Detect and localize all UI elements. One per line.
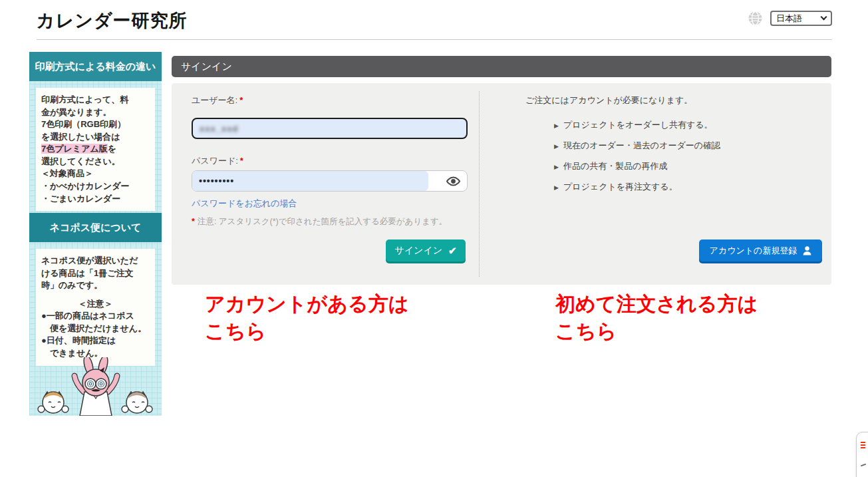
triangle-bullet-icon: ▶: [554, 120, 559, 132]
signin-panel-body: ユーザー名:* xxx_xxd パスワード:* ••••••••• パスワードを…: [172, 83, 831, 285]
signin-panel-header: サインイン: [172, 56, 831, 77]
password-label: パスワード:*: [192, 155, 243, 167]
nekopos-line: ネコポス便が選択いただ: [41, 255, 150, 267]
sidebar-nekopos-box: ネコポス便が選択いただ ける商品は「1冊ご注文 時」のみです。 ＜注意＞ ●一部…: [36, 249, 155, 366]
language-selected: 日本語: [776, 13, 802, 25]
account-benefits-list: ▶プロジェクトをオーダーし共有する。 ▶現在のオーダー・過去のオーダーの確認 ▶…: [554, 119, 720, 202]
language-select[interactable]: 日本語: [770, 11, 832, 26]
sidebar: 印刷方式による料金の違い 印刷方式によって、料 金が異なります。 7色印刷（RG…: [29, 52, 162, 416]
widget-red-icon: [861, 442, 865, 443]
chevron-down-icon: [821, 14, 827, 21]
nekopos-line: ける商品は「1冊ご注文: [41, 267, 150, 280]
widget-red-icon: [861, 447, 865, 448]
benefit-text: 現在のオーダー・過去のオーダーの確認: [563, 140, 720, 151]
caption-first-order: 初めて注文される方は こちら: [555, 291, 758, 345]
check-icon: ✔: [448, 245, 457, 257]
username-label: ユーザー名:*: [192, 94, 243, 106]
password-label-text: パスワード:: [192, 156, 238, 166]
target-product-item: ・ごまいカレンダー: [41, 193, 150, 206]
widget-red-icon: [861, 444, 865, 446]
caption-line: こちら: [555, 318, 758, 345]
pricing-line: 金が異なります。: [41, 106, 150, 119]
password-input[interactable]: •••••••••: [192, 170, 468, 192]
show-password-button[interactable]: [446, 176, 461, 189]
caption-existing-account: アカウントがある方は こちら: [205, 291, 408, 345]
username-label-text: ユーザー名:: [192, 95, 237, 105]
signin-page: カレンダー研究所 日本語 印刷方式による料金の違い 印刷方式によって、料 金が異…: [0, 0, 868, 477]
username-input[interactable]: xxx_xxd: [192, 118, 468, 139]
pricing-line-highlighted: 7色プレミアム版を: [41, 143, 150, 156]
sidebar-section-pricing-title: 印刷方式による料金の違い: [29, 52, 162, 81]
register-account-button[interactable]: アカウントの新規登録: [699, 239, 822, 261]
header-divider: [37, 39, 832, 40]
premium-highlight: 7色プレミアム版: [41, 144, 108, 154]
list-item: ▶プロジェクトをオーダーし共有する。: [554, 119, 720, 132]
list-item: ▶プロジェクトを再注文する。: [554, 181, 720, 194]
required-asterisk: *: [240, 156, 243, 166]
account-intro: ご注文にはアカウントが必要になります。: [525, 94, 692, 106]
sidebar-section-nekopos-title: ネコポス便について: [29, 213, 162, 242]
pricing-line: 選択してください。: [41, 156, 150, 168]
caution-item: ●一部の商品はネコポス: [41, 310, 150, 323]
signin-button-label: サインイン: [394, 245, 442, 257]
benefit-text: 作品の共有・製品の再作成: [563, 160, 668, 172]
caption-line: こちら: [205, 318, 408, 345]
password-value: •••••••••: [199, 176, 234, 186]
pricing-line: 7色印刷（RGB印刷）: [41, 118, 150, 131]
nekopos-line: 時」のみです。: [41, 279, 150, 292]
widget-glyph: [861, 464, 866, 467]
site-logo[interactable]: カレンダー研究所: [37, 9, 188, 33]
highlight-suffix: を: [108, 144, 116, 154]
pricing-line: 印刷方式によって、料: [41, 94, 150, 106]
required-note: *注意: アスタリスク(*)で印された箇所を記入する必要があります。: [192, 216, 447, 228]
target-products-heading: ＜対象商品＞: [41, 168, 150, 180]
caption-line: 初めて注文される方は: [555, 291, 758, 318]
mascot-illustration: [29, 357, 162, 416]
sidebar-pricing-box: 印刷方式によって、料 金が異なります。 7色印刷（RGB印刷） を選択したい場合…: [36, 88, 155, 211]
triangle-bullet-icon: ▶: [554, 182, 559, 194]
feedback-widget[interactable]: [856, 432, 868, 477]
target-product-item: ・かべかけカレンダー: [41, 180, 150, 193]
eye-icon: [446, 176, 461, 187]
register-button-label: アカウントの新規登録: [710, 245, 797, 257]
person-icon: [803, 246, 811, 255]
column-divider: [479, 91, 480, 277]
benefit-text: プロジェクトをオーダーし共有する。: [563, 119, 713, 130]
signin-title: サインイン: [181, 61, 232, 73]
note-asterisk: *: [192, 217, 195, 226]
benefit-text: プロジェクトを再注文する。: [563, 181, 678, 192]
pricing-line: を選択したい場合は: [41, 131, 150, 144]
caution-item: 便を選択ただけません。: [41, 323, 150, 335]
required-asterisk: *: [239, 95, 243, 105]
password-fill: •••••••••: [192, 171, 428, 191]
triangle-bullet-icon: ▶: [554, 162, 559, 173]
spacer: [41, 292, 150, 298]
caution-heading: ＜注意＞: [41, 298, 150, 311]
globe-icon: [748, 11, 763, 26]
forgot-password-link[interactable]: パスワードをお忘れの場合: [192, 198, 297, 210]
note-text: 注意: アスタリスク(*)で印された箇所を記入する必要があります。: [198, 217, 447, 226]
signin-button[interactable]: サインイン ✔: [386, 239, 466, 261]
list-item: ▶作品の共有・製品の再作成: [554, 160, 720, 173]
caption-line: アカウントがある方は: [205, 291, 408, 318]
caution-item: ●日付、時間指定は: [41, 335, 150, 347]
username-value: xxx_xxd: [200, 124, 238, 134]
triangle-bullet-icon: ▶: [554, 141, 559, 152]
list-item: ▶現在のオーダー・過去のオーダーの確認: [554, 140, 720, 152]
